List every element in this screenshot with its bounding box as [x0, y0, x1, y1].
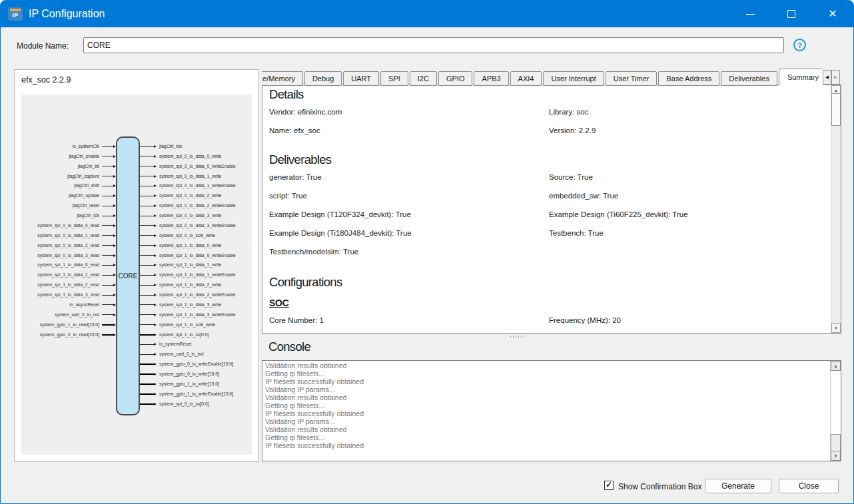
pin-arrow-icon — [154, 324, 157, 326]
summary-scrollbar[interactable]: ▲ ▼ — [831, 85, 841, 333]
tab-user-timer[interactable]: User Timer — [606, 71, 657, 86]
minimize-button[interactable] — [729, 1, 771, 27]
pin-label: system_spi_1_io_sclk_write — [159, 322, 215, 328]
tab-i2c[interactable]: I2C — [410, 71, 437, 86]
console-line: Getting ip filesets... — [265, 401, 827, 409]
summary-scrollbar-thumb[interactable] — [831, 93, 841, 126]
deliverables-heading: Deliverables — [269, 152, 821, 168]
tab-scroll-right-button[interactable]: ▶ — [831, 70, 840, 85]
pin-label: system_spi_1_io_ss[0:0] — [159, 332, 209, 338]
tab-deliverables[interactable]: Deliverables — [721, 71, 777, 86]
pin-label: io_systemReset — [159, 341, 191, 348]
summary-field: Example Design (T120F324_devkit): True — [269, 210, 549, 219]
pin-jtagCtrl-capture: jtagCtrl_capture — [15, 172, 116, 180]
pin-system-spi-0-io-data-0-read: system_spi_0_io_data_0_read — [15, 222, 116, 230]
pin-line — [102, 196, 113, 196]
pin-line — [140, 285, 154, 286]
pin-label: jtagCtrl_enable — [69, 153, 99, 160]
tab-uart[interactable]: UART — [343, 71, 379, 86]
pin-line — [140, 304, 154, 305]
tab-gpio[interactable]: GPIO — [438, 71, 473, 86]
pin-line — [102, 186, 113, 186]
help-icon[interactable]: ? — [793, 39, 806, 51]
summary-field: Example Design (Ti60F225_devkit): True — [549, 210, 821, 219]
pin-label: system_gpio_0_io_read[15:0] — [40, 332, 99, 338]
tab-apb3[interactable]: APB3 — [474, 71, 508, 86]
summary-field: Source: True — [549, 173, 821, 182]
pin-system-uart-0-io-rxd: system_uart_0_io_rxd — [15, 311, 116, 319]
pin-system-spi-1-io-data-3-read: system_spi_1_io_data_3_read — [15, 291, 116, 299]
maximize-icon — [787, 10, 795, 18]
module-name-input[interactable] — [83, 37, 784, 53]
summary-row: Vendor: efinixinc.comLibrary: soc — [269, 108, 821, 117]
configurations-group-label: SOC — [269, 298, 288, 308]
tab-debug[interactable]: Debug — [304, 71, 342, 86]
pin-system-spi-0-io-ss-0-0-: system_spi_0_io_ss[0:0] — [140, 400, 209, 408]
pin-system-spi-0-io-data-2-writeEnable: system_spi_0_io_data_2_writeEnable — [140, 202, 236, 210]
pin-arrow-icon — [154, 155, 157, 158]
pin-label: system_spi_0_io_ss[0:0] — [159, 401, 209, 407]
pin-line — [140, 265, 154, 266]
pin-jtagCtrl-reset: jtagCtrl_reset — [15, 202, 116, 210]
console-line: IP filesets successfully obtained — [265, 441, 827, 449]
pin-label: system_spi_1_io_data_0_write — [159, 242, 221, 249]
console-line: IP filesets successfully obtained — [265, 409, 827, 417]
pin-jtagCtrl-update: jtagCtrl_update — [15, 192, 116, 200]
pin-line — [102, 304, 113, 305]
tab-user-interrupt[interactable]: User Interrupt — [543, 71, 604, 86]
tab-spi[interactable]: SPI — [380, 71, 408, 86]
splitter-handle[interactable] — [510, 336, 526, 338]
pin-system-spi-1-io-data-3-write: system_spi_1_io_data_3_write — [140, 301, 221, 309]
pin-line — [102, 324, 113, 326]
show-confirmation-checkbox[interactable]: ✓ — [604, 481, 614, 490]
pin-system-spi-0-io-data-1-write: system_spi_0_io_data_1_write — [140, 172, 221, 180]
pin-label: system_spi_1_io_data_3_read — [37, 292, 99, 298]
pin-label: system_uart_0_io_txd — [159, 351, 203, 358]
summary-row: Example Design (T120F324_devkit): TrueEx… — [269, 210, 821, 219]
console-scrollbar-thumb[interactable] — [831, 434, 841, 452]
pin-arrow-icon — [154, 284, 157, 286]
pin-arrow-icon — [154, 194, 157, 197]
console-lines: Validation results obtainedGetting ip fi… — [262, 361, 829, 461]
pin-arrow-icon — [154, 294, 157, 296]
tab-e-memory[interactable]: e/Memory — [262, 71, 303, 86]
pin-line — [102, 275, 113, 276]
configurations-heading: Configurations — [269, 274, 821, 290]
pin-label: jtagCtrl_tck — [77, 212, 99, 219]
pin-line — [140, 196, 154, 196]
pin-line — [140, 383, 154, 385]
console-scroll-up-icon[interactable]: ▲ — [831, 361, 841, 371]
summary-field: Testbench/modelsim: True — [269, 248, 549, 256]
generate-button[interactable]: Generate — [705, 479, 771, 493]
console-scroll-down-icon[interactable]: ▼ — [831, 451, 841, 461]
pin-jtagCtrl-tck: jtagCtrl_tck — [15, 212, 116, 220]
close-icon: ✕ — [828, 9, 837, 19]
window-buttons: ✕ — [729, 1, 853, 27]
pin-line — [140, 216, 154, 216]
pin-label: system_spi_1_io_data_3_writeEnable — [159, 312, 236, 318]
pin-arrow-icon — [154, 353, 157, 356]
close-dialog-button[interactable]: Close — [779, 479, 839, 493]
pin-arrow-icon — [154, 254, 157, 257]
pin-label: jtagCtrl_reset — [73, 202, 99, 209]
maximize-button[interactable] — [771, 1, 812, 27]
pin-label: io_systemClk — [73, 143, 99, 150]
tab-summary[interactable]: Summary — [779, 69, 823, 86]
pin-line — [102, 166, 113, 166]
pin-arrow-icon — [154, 383, 157, 385]
scroll-down-icon[interactable]: ▼ — [831, 323, 841, 333]
pin-system-spi-0-io-sclk-write: system_spi_0_io_sclk_write — [140, 232, 215, 240]
close-button[interactable]: ✕ — [812, 1, 853, 27]
pin-label: system_spi_1_io_data_2_writeEnable — [159, 292, 236, 298]
summary-field: Frequency (MHz): 20 — [549, 316, 821, 325]
console-scrollbar[interactable]: ▲ ▼ — [830, 361, 841, 461]
tab-base-address[interactable]: Base Address — [658, 71, 719, 86]
pin-line — [102, 265, 113, 266]
details-heading: Details — [269, 87, 821, 103]
pin-io-systemReset: io_systemReset — [140, 340, 191, 348]
tab-axi4[interactable]: AXI4 — [510, 71, 542, 86]
pin-system-spi-1-io-data-1-read: system_spi_1_io_data_1_read — [15, 271, 116, 279]
tab-scroll-left-button[interactable]: ◀ — [823, 70, 831, 85]
pin-arrow-icon — [154, 175, 157, 178]
pin-label: system_spi_1_io_data_1_writeEnable — [159, 272, 236, 278]
